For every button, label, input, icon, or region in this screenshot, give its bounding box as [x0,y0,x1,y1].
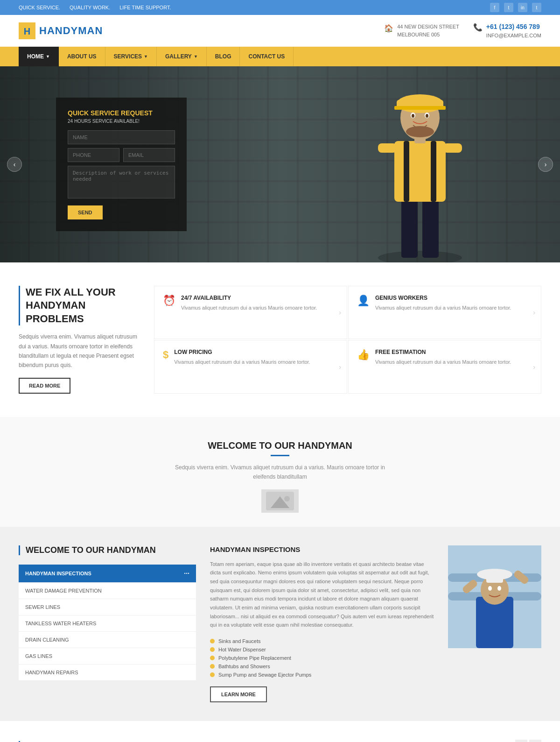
email-input[interactable] [123,148,175,162]
menu-item-water-damage[interactable]: WATER DAMAGE PREVENTION [19,583,196,599]
email-address: INFO@EXAMPLE.COM [486,32,541,40]
gallery-prev-button[interactable]: ‹ [515,740,527,742]
svg-rect-6 [404,141,409,202]
top-bar-left: QUICK SERVICE. QUALITY WORK. LIFE TIME S… [19,5,171,10]
menu-repairs-label: HANDYMAN REPAIRS [25,670,78,675]
name-input[interactable] [68,130,175,144]
list-item-4: Bathtubs and Showers [210,662,434,671]
menu-tankless-label: TANKLESS WATER HEATERS [25,621,96,626]
chevron-right-icon-3: › [339,363,341,371]
list-item-2-label: Hot Water Dispenser [218,647,266,652]
list-item-1-label: Sinks and Faucets [218,638,261,644]
svg-rect-15 [394,106,446,110]
description-input[interactable] [68,166,175,198]
feature-availability: ⏰ 24/7 AVAILABILITY Vivamus aliquet rutr… [154,286,347,339]
home-icon: 🏠 [384,24,393,33]
nav-home-arrow: ▼ [46,54,50,59]
list-item-5-label: Sump Pump and Sewage Ejector Pumps [218,672,311,678]
menu-water-damage-label: WATER DAMAGE PREVENTION [25,588,102,594]
hero-next-button[interactable]: › [538,157,553,172]
learn-more-button[interactable]: LEARN MORE [210,686,267,702]
features-text: Sedquis viverra enim. Vivamus aliquet ru… [19,332,140,370]
social-linkedin[interactable]: in [518,3,527,12]
hero-prev-button[interactable]: ‹ [7,157,22,172]
services-menu: HANDYMAN INSPECTIONS ··· WATER DAMAGE PR… [19,565,196,681]
svg-point-19 [426,114,428,118]
header-contact: 🏠 44 NEW DESIGN STREET MELBOURNE 005 📞 +… [384,22,541,40]
chevron-right-icon-4: › [533,363,535,371]
nav-about[interactable]: ABOUT US [59,47,105,66]
feature-availability-text: Vivamus aliquet rutrusum dui a varius Ma… [181,304,338,312]
menu-item-tankless[interactable]: TANKLESS WATER HEATERS [19,615,196,632]
menu-item-repairs[interactable]: HANDYMAN REPAIRS [19,664,196,681]
menu-item-gas[interactable]: GAS LINES [19,648,196,664]
menu-drain-label: DRAIN CLEANING [25,637,69,643]
svg-rect-4 [422,197,439,258]
feature-estimation: 👍 FREE ESTIMATION Vivamus aliquet rutrus… [348,340,541,394]
feature-pricing: $ LOW PRICING Vivamus aliquet rutrusum d… [154,340,347,394]
main-nav: HOME ▼ ABOUT US SERVICES ▼ GALLERY ▼ BLO… [0,47,560,66]
svg-text:H: H [24,26,30,36]
nav-services[interactable]: SERVICES ▼ [105,47,157,66]
svg-point-30 [488,586,492,591]
list-item-2: Hot Water Dispenser [210,645,434,654]
menu-item-drain[interactable]: DRAIN CLEANING [19,632,196,648]
feature-workers-title: GENIUS WORKERS [375,295,532,301]
services-list: Sinks and Faucets Hot Water Dispenser Po… [210,637,434,679]
header: H HANDYMAN 🏠 44 NEW DESIGN STREET MELBOU… [0,15,560,47]
feature-workers: 👤 GENIUS WORKERS Vivamus aliquet rutrusu… [348,286,541,339]
nav-gallery[interactable]: GALLERY ▼ [157,47,207,66]
svg-point-2 [378,251,462,262]
social-tumblr[interactable]: t [532,3,541,12]
chevron-right-icon: › [339,309,341,316]
phone-icon: 📞 [473,23,483,32]
service-request-form: SEND [68,130,175,219]
menu-item-sewer[interactable]: SEWER LINES [19,599,196,615]
phone-details: +61 (123) 456 789 INFO@EXAMPLE.COM [486,22,541,40]
feature-availability-content: 24/7 AVAILABILITY Vivamus aliquet rutrus… [181,295,338,312]
thumbsup-icon: 👍 [357,349,370,361]
clock-icon: ⏰ [163,295,175,307]
logo-yman: YMAN [71,25,103,36]
read-more-button[interactable]: READ MORE [19,378,70,394]
logo[interactable]: H HANDYMAN [19,22,103,39]
list-item-3: Polybutylene Pipe Replacement [210,654,434,662]
nav-services-arrow: ▼ [144,54,148,59]
nav-gallery-arrow: ▼ [194,54,198,59]
gallery-next-button[interactable]: › [529,740,541,742]
phone-input[interactable] [68,148,119,162]
gallery-section: OUR WORKS GALLERY ‹ › [0,721,560,742]
welcome-text: Sedquis viverra enim. Vivamus aliquet ru… [163,463,397,482]
feature-estimation-text: Vivamus aliquet rutrusum dui a varius Ma… [375,358,532,367]
svg-point-18 [412,114,414,118]
feature-pricing-text: Vivamus aliquet rutrusum dui a varius Ma… [174,358,338,367]
address-line2: MELBOURNE 005 [397,31,459,39]
bullet-icon-4 [210,664,215,669]
feature-workers-text: Vivamus aliquet rutrusum dui a varius Ma… [375,304,532,312]
list-item-4-label: Bathtubs and Showers [218,664,270,669]
topbar-item-1: QUICK SERVICE. [19,5,60,10]
hero-form-title: QUICK SERVICE REQUEST [68,109,175,117]
menu-dots-icon: ··· [184,570,189,577]
feature-pricing-content: LOW PRICING Vivamus aliquet rutrusum dui… [174,349,338,367]
svg-point-31 [497,586,501,591]
social-facebook[interactable]: f [490,3,499,12]
list-item-5: Sump Pump and Sewage Ejector Pumps [210,671,434,679]
menu-inspections-label: HANDYMAN INSPECTIONS [25,571,91,576]
hero-form: QUICK SERVICE REQUEST 24 HOURS SERVICE A… [56,98,187,231]
menu-item-inspections[interactable]: HANDYMAN INSPECTIONS ··· [19,565,196,583]
person-icon: 👤 [357,295,370,307]
nav-blog[interactable]: BLOG [207,47,240,66]
list-item-3-label: Polybutylene Pipe Replacement [218,655,291,661]
feature-estimation-content: FREE ESTIMATION Vivamus aliquet rutrusum… [375,349,532,367]
logo-text: HANDYMAN [39,25,103,37]
dollar-icon: $ [163,349,168,361]
social-twitter[interactable]: t [504,3,513,12]
address-line1: 44 NEW DESIGN STREET [397,23,459,31]
welcome-image [261,489,299,513]
send-button[interactable]: SEND [68,205,103,219]
svg-rect-9 [443,143,462,153]
topbar-item-3: LIFE TIME SUPPORT. [119,5,171,10]
nav-contact[interactable]: CONTACT US [240,47,294,66]
nav-home[interactable]: HOME ▼ [19,47,59,66]
